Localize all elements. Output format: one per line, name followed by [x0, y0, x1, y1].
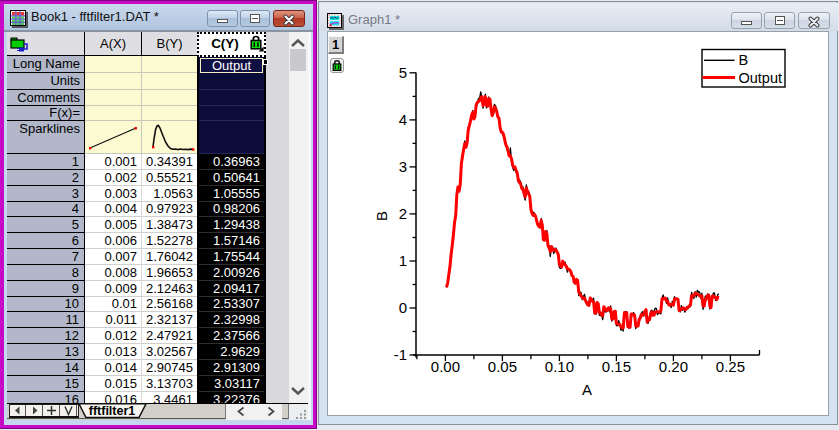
svg-text:1: 1 [399, 252, 407, 269]
svg-text:0.15: 0.15 [602, 358, 631, 375]
svg-text:0.20: 0.20 [659, 358, 688, 375]
svg-text:5: 5 [399, 64, 407, 81]
svg-text:fftfilter1: fftfilter1 [89, 404, 136, 418]
svg-text:0.25: 0.25 [716, 358, 745, 375]
svg-text:0.00: 0.00 [431, 358, 460, 375]
svg-text:4: 4 [399, 111, 407, 128]
svg-text:-1: -1 [394, 346, 407, 363]
svg-text:2: 2 [399, 205, 407, 222]
svg-text:A: A [582, 381, 592, 398]
svg-text:B: B [739, 52, 749, 68]
svg-text:3: 3 [399, 158, 407, 175]
svg-text:0: 0 [399, 299, 407, 316]
svg-text:0.05: 0.05 [488, 358, 517, 375]
svg-text:B: B [373, 211, 390, 221]
svg-text:0.10: 0.10 [545, 358, 574, 375]
svg-text:Output: Output [739, 70, 783, 86]
